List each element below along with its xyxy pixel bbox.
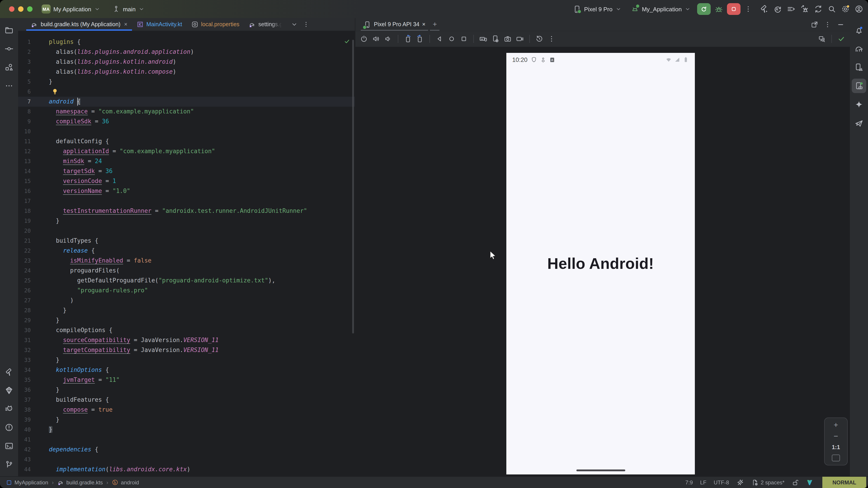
line-number[interactable]: 3 bbox=[18, 57, 38, 67]
tool-window-button-problems[interactable] bbox=[2, 420, 16, 434]
tab-build-gradle-kts[interactable]: K build.gradle.kts (My Application) × bbox=[26, 18, 132, 31]
tool-window-button-device-manager[interactable] bbox=[852, 60, 866, 74]
tab-mainactivity-kt[interactable]: MainActivity.kt bbox=[132, 18, 187, 31]
code-editor[interactable]: 1plugins {2 alias(libs.plugins.android.a… bbox=[18, 31, 355, 476]
code-line-11[interactable]: 11 defaultConfig { bbox=[18, 136, 355, 147]
tool-window-button-airplane[interactable] bbox=[852, 116, 866, 130]
code-line-29[interactable]: 29 } bbox=[18, 315, 355, 325]
device-settings-icon[interactable] bbox=[491, 35, 500, 43]
breadcrumb-element[interactable]: android bbox=[112, 479, 139, 486]
screen-record-icon[interactable] bbox=[516, 35, 524, 43]
settings-icon[interactable] bbox=[841, 4, 850, 13]
line-number[interactable]: 44 bbox=[18, 464, 38, 475]
line-number[interactable]: 5 bbox=[18, 77, 38, 87]
line-number[interactable]: 14 bbox=[18, 166, 38, 176]
new-device-tab-button[interactable]: + bbox=[429, 18, 440, 31]
lock-open-icon[interactable] bbox=[792, 479, 799, 486]
rotate-left-icon[interactable] bbox=[404, 35, 412, 43]
home-icon[interactable] bbox=[447, 35, 456, 43]
line-number[interactable]: 37 bbox=[18, 395, 38, 405]
tool-window-button-version-control[interactable] bbox=[2, 457, 16, 471]
line-separator[interactable]: LF bbox=[700, 479, 706, 486]
line-number[interactable]: 27 bbox=[18, 295, 38, 305]
code-line-26[interactable]: 26 "proguard-rules.pro" bbox=[18, 286, 355, 295]
line-number[interactable]: 13 bbox=[18, 156, 38, 166]
code-line-5[interactable]: 5} bbox=[18, 77, 355, 87]
code-line-36[interactable]: 36 } bbox=[18, 385, 355, 395]
line-number[interactable]: 28 bbox=[18, 305, 38, 315]
line-number[interactable]: 36 bbox=[18, 385, 38, 395]
line-number[interactable]: 25 bbox=[18, 275, 38, 286]
line-number[interactable]: 21 bbox=[18, 236, 38, 246]
code-line-43[interactable]: 43 bbox=[18, 455, 355, 464]
close-tab-icon[interactable]: × bbox=[422, 21, 426, 28]
line-number[interactable]: 11 bbox=[18, 136, 38, 147]
code-line-8[interactable]: 8 namespace = "com.example.myapplication… bbox=[18, 107, 355, 117]
line-number[interactable]: 32 bbox=[18, 345, 38, 355]
code-line-32[interactable]: 32 targetCompatibility = JavaVersion.VER… bbox=[18, 345, 355, 355]
tool-window-button-gemini[interactable] bbox=[852, 97, 866, 111]
tool-window-button-running-devices[interactable] bbox=[852, 78, 866, 93]
rotate-right-icon[interactable] bbox=[416, 35, 424, 43]
line-number[interactable]: 6 bbox=[18, 87, 38, 97]
line-number[interactable]: 4 bbox=[18, 67, 38, 77]
no-problems-icon[interactable] bbox=[837, 35, 845, 43]
tool-window-button-resources[interactable] bbox=[2, 60, 16, 74]
code-line-21[interactable]: 21 buildTypes { bbox=[18, 236, 355, 246]
stop-button[interactable] bbox=[727, 3, 741, 15]
code-line-34[interactable]: 34 kotlinOptions { bbox=[18, 365, 355, 375]
line-number[interactable]: 9 bbox=[18, 117, 38, 127]
tool-window-button-more[interactable] bbox=[2, 78, 16, 93]
code-line-40[interactable]: 40} bbox=[18, 425, 355, 435]
line-number[interactable]: 23 bbox=[18, 256, 38, 266]
code-line-14[interactable]: 14 targetSdk = 36 bbox=[18, 166, 355, 176]
zoom-out-button[interactable]: − bbox=[834, 433, 838, 440]
line-number[interactable]: 2 bbox=[18, 47, 38, 57]
ideavim-icon[interactable] bbox=[806, 479, 813, 486]
tool-window-button-profiler[interactable] bbox=[2, 401, 16, 416]
line-number[interactable]: 34 bbox=[18, 365, 38, 375]
code-line-33[interactable]: 33 } bbox=[18, 355, 355, 365]
zoom-ratio-button[interactable]: 1:1 bbox=[832, 444, 840, 451]
more-v-icon[interactable] bbox=[548, 35, 556, 43]
tab-options-button[interactable] bbox=[303, 21, 310, 28]
debug-button[interactable] bbox=[714, 4, 723, 13]
line-number[interactable]: 43 bbox=[18, 455, 38, 464]
tab-local-properties[interactable]: local.properties bbox=[187, 18, 244, 31]
code-line-13[interactable]: 13 minSdk = 24 bbox=[18, 156, 355, 166]
line-number[interactable]: 22 bbox=[18, 246, 38, 256]
emulator-screen[interactable]: 10:20 A Hello Android! bbox=[506, 53, 695, 475]
code-line-7[interactable]: 7android { bbox=[18, 97, 355, 107]
code-line-41[interactable]: 41 bbox=[18, 435, 355, 445]
close-window-button[interactable] bbox=[9, 6, 14, 12]
search-everywhere-icon[interactable] bbox=[827, 4, 836, 13]
file-encoding[interactable]: UTF-8 bbox=[714, 479, 729, 486]
overview-icon[interactable] bbox=[460, 35, 468, 43]
volume-down-icon[interactable] bbox=[384, 35, 393, 43]
project-selector[interactable]: MA My Application bbox=[39, 3, 103, 15]
code-line-27[interactable]: 27 ) bbox=[18, 295, 355, 305]
line-number[interactable]: 10 bbox=[18, 127, 38, 136]
run-configuration-selector[interactable]: My_Application bbox=[628, 3, 693, 15]
line-number[interactable]: 39 bbox=[18, 415, 38, 425]
line-number[interactable]: 41 bbox=[18, 435, 38, 445]
code-line-12[interactable]: 12 applicationId = "com.example.myapplic… bbox=[18, 147, 355, 156]
device-selector[interactable]: Pixel 9 Pro bbox=[570, 3, 624, 15]
code-line-37[interactable]: 37 buildFeatures { bbox=[18, 395, 355, 405]
more-v-icon[interactable] bbox=[824, 21, 831, 28]
tab-pixel-9-pro-api-34[interactable]: Pixel 9 Pro API 34 × bbox=[360, 18, 429, 31]
rerun-button[interactable] bbox=[697, 3, 711, 15]
code-line-18[interactable]: 18 testInstrumentationRunner = "androidx… bbox=[18, 206, 355, 216]
minimize-window-button[interactable] bbox=[18, 6, 24, 12]
code-line-22[interactable]: 22 release { bbox=[18, 246, 355, 256]
code-line-3[interactable]: 3 alias(libs.plugins.kotlin.android) bbox=[18, 57, 355, 67]
breadcrumb-module[interactable]: MyApplication bbox=[6, 479, 48, 486]
line-number[interactable]: 26 bbox=[18, 286, 38, 295]
editor-scrollbar[interactable] bbox=[352, 40, 354, 333]
code-line-6[interactable]: 6 bbox=[18, 87, 355, 97]
line-number[interactable]: 35 bbox=[18, 375, 38, 385]
tool-window-button-terminal[interactable] bbox=[2, 438, 16, 453]
line-number[interactable]: 7 bbox=[18, 97, 38, 107]
apply-changes-icon[interactable]: A bbox=[773, 4, 782, 13]
code-line-16[interactable]: 16 versionName = "1.0" bbox=[18, 186, 355, 196]
